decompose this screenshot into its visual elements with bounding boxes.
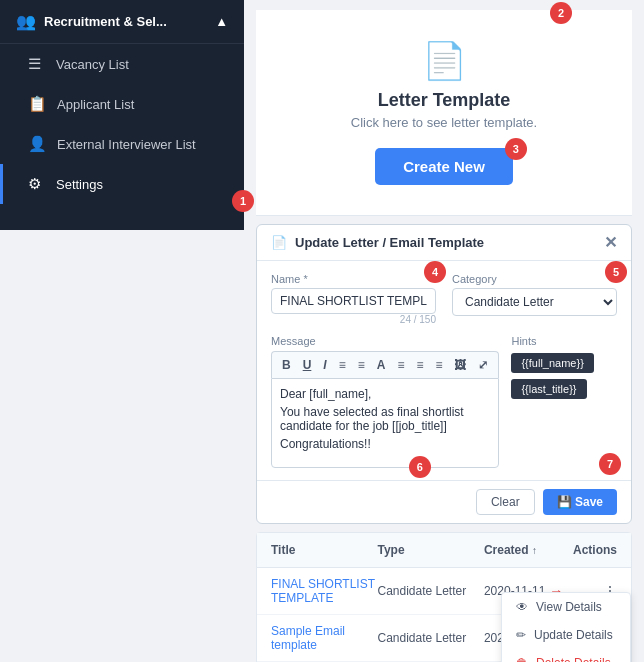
save-button[interactable]: 💾 Save [543, 489, 617, 515]
sort-icon: ↑ [532, 545, 537, 556]
row-type-1: Candidate Letter [377, 584, 483, 598]
pencil-icon: ✏ [516, 628, 526, 642]
row-title-2[interactable]: Sample Email template [271, 624, 377, 652]
col-header-title: Title [271, 543, 377, 557]
row-type-2: Candidate Letter [377, 631, 483, 645]
message-label: Message [271, 335, 499, 347]
update-letter-modal: 📄 Update Letter / Email Template ✕ Name … [256, 224, 632, 524]
sidebar-item-applicant-list[interactable]: 📋 Applicant List [0, 84, 244, 124]
modal-header: 📄 Update Letter / Email Template ✕ [257, 225, 631, 261]
trash-icon: 🗑 [516, 656, 528, 662]
sidebar-item-label: Settings [56, 177, 103, 192]
row-title-1[interactable]: FINAL SHORTLIST TEMPLATE [271, 577, 377, 605]
hint-tags: {{full_name}} {{last_title}} [511, 353, 617, 399]
col-header-actions: Actions [564, 543, 617, 557]
annotation-badge-7: 7 [599, 453, 621, 475]
modal-title: Update Letter / Email Template [295, 235, 484, 250]
recruitment-icon: 👥 [16, 12, 36, 31]
settings-icon: ⚙ [28, 175, 46, 193]
annotation-badge-3: 3 [505, 138, 527, 160]
letter-template-desc: Click here to see letter template. [276, 115, 612, 130]
editor-line3: Congratulations!! [280, 437, 490, 451]
sidebar-title: Recruitment & Sel... [44, 14, 167, 29]
category-label: Category [452, 273, 617, 285]
category-select[interactable]: Candidate Letter [452, 288, 617, 316]
sidebar-item-label: Vacancy List [56, 57, 129, 72]
align-left-button[interactable]: ≡ [393, 356, 408, 374]
italic-button[interactable]: I [319, 356, 330, 374]
vacancy-icon: ☰ [28, 55, 46, 73]
close-button[interactable]: ✕ [604, 233, 617, 252]
table-row: FINAL SHORTLIST TEMPLATE Candidate Lette… [257, 568, 631, 615]
clear-button[interactable]: Clear [476, 489, 535, 515]
dropdown-delete-label: Delete Details [536, 656, 611, 662]
sidebar-header: 👥 Recruitment & Sel... ▲ [0, 0, 244, 44]
applicant-icon: 📋 [28, 95, 47, 113]
modal-doc-icon: 📄 [271, 235, 287, 250]
table-header: Title Type Created ↑ Actions [257, 533, 631, 568]
modal-footer: 7 Clear 💾 Save [257, 480, 631, 523]
annotation-badge-1: 1 [232, 190, 254, 212]
dropdown-view-label: View Details [536, 600, 602, 614]
annotation-badge-2: 2 [550, 2, 572, 24]
dropdown-menu: 👁 View Details ✏ Update Details 🗑 Delete… [501, 592, 631, 662]
char-count: 24 / 150 [271, 314, 436, 325]
letter-icon: 📄 [276, 40, 612, 82]
editor-area[interactable]: Dear [full_name], You have selected as f… [271, 378, 499, 468]
col-header-type: Type [377, 543, 483, 557]
name-input[interactable] [271, 288, 436, 314]
letter-table: Title Type Created ↑ Actions FINAL SHORT… [256, 532, 632, 662]
sidebar-item-vacancy-list[interactable]: ☰ Vacancy List [0, 44, 244, 84]
chevron-up-icon: ▲ [215, 14, 228, 29]
list-button[interactable]: ≡ [335, 356, 350, 374]
sidebar-item-settings[interactable]: ⚙ Settings 1 [0, 164, 244, 204]
dropdown-update-label: Update Details [534, 628, 613, 642]
editor-line1: Dear [full_name], [280, 387, 490, 401]
hint-tag-lasttitle[interactable]: {{last_title}} [511, 379, 586, 399]
list2-button[interactable]: ≡ [354, 356, 369, 374]
annotation-badge-6: 6 [409, 456, 431, 478]
hint-tag-fullname[interactable]: {{full_name}} [511, 353, 593, 373]
eye-icon: 👁 [516, 600, 528, 614]
dropdown-view-details[interactable]: 👁 View Details [502, 593, 630, 621]
underline-button[interactable]: U [299, 356, 316, 374]
sidebar-item-label: Applicant List [57, 97, 134, 112]
hints-label: Hints [511, 335, 617, 347]
sidebar-item-label: External Interviewer List [57, 137, 196, 152]
create-new-button[interactable]: Create New [375, 148, 513, 185]
align-right-button[interactable]: ≡ [431, 356, 446, 374]
dropdown-delete-details[interactable]: 🗑 Delete Details [502, 649, 630, 662]
col-header-created: Created ↑ [484, 543, 564, 557]
letter-template-title: Letter Template [276, 90, 612, 111]
annotation-badge-4: 4 [424, 261, 446, 283]
image-button[interactable]: 🖼 [450, 356, 470, 374]
dropdown-update-details[interactable]: ✏ Update Details [502, 621, 630, 649]
name-label: Name * [271, 273, 436, 285]
align-center-button[interactable]: ≡ [412, 356, 427, 374]
font-color-button[interactable]: A [373, 356, 390, 374]
interviewer-icon: 👤 [28, 135, 47, 153]
letter-template-card: 2 📄 Letter Template Click here to see le… [256, 10, 632, 216]
editor-line2: You have selected as final shortlist can… [280, 405, 490, 433]
bold-button[interactable]: B [278, 356, 295, 374]
editor-toolbar: B U I ≡ ≡ A ≡ ≡ ≡ 🖼 ⤢ [271, 351, 499, 378]
sidebar-item-external-interviewer[interactable]: 👤 External Interviewer List [0, 124, 244, 164]
annotation-badge-5: 5 [605, 261, 627, 283]
fullscreen-button[interactable]: ⤢ [474, 356, 492, 374]
